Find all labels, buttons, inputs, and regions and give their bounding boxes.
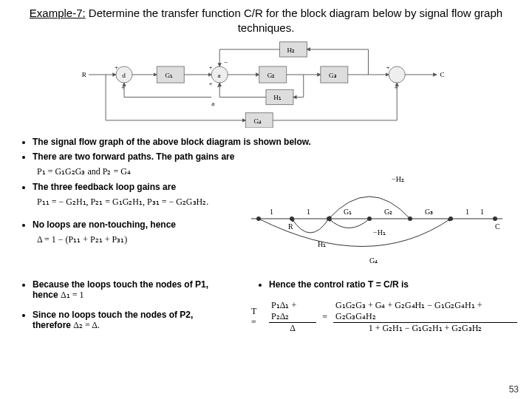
svg-text:R: R (82, 71, 87, 78)
svg-text:+: + (208, 80, 212, 87)
bullet-1: The signal flow graph of the above block… (33, 137, 517, 147)
svg-text:−: − (217, 83, 221, 91)
svg-text:C: C (495, 222, 500, 231)
ratio-equation: T = P₁Δ₁ + P₂Δ₂Δ = G₁G₂G₃ + G₄ + G₂G₄H₁ … (251, 300, 517, 334)
svg-text:a: a (217, 72, 220, 79)
svg-text:G₃: G₃ (425, 208, 433, 216)
svg-text:H₁: H₁ (273, 94, 282, 101)
svg-text:−H₂: −H₂ (392, 175, 404, 183)
signal-flow-graph: 1 1 G₁ G₂ G₃ 1 1 R C −H₂ −H₁ H₁ G₄ (244, 167, 510, 270)
svg-text:G₂: G₂ (267, 72, 276, 79)
svg-text:a: a (211, 100, 214, 107)
svg-text:G₄: G₄ (253, 117, 262, 125)
svg-text:1: 1 (466, 208, 469, 216)
svg-text:1: 1 (307, 208, 310, 216)
bullet-5: Because the loops touch the nodes of P1,… (33, 279, 222, 301)
bullet-7: Hence the control ratio T = C/R is (269, 279, 517, 290)
svg-text:+: + (395, 83, 398, 91)
svg-text:R: R (288, 222, 293, 231)
bullet-2: There are two forward paths. The path ga… (33, 151, 517, 162)
page-title: Example-7: Determine the transfer functi… (15, 6, 517, 35)
svg-text:+: + (386, 64, 389, 71)
block-diagram: R d + + G₁ a + − − + G₂ G₃ + + C H₂ H₁ a… (74, 39, 458, 128)
svg-text:G₁: G₁ (165, 72, 173, 79)
svg-text:G₂: G₂ (384, 208, 392, 216)
svg-text:1: 1 (480, 208, 484, 216)
svg-text:d: d (122, 72, 126, 79)
svg-text:−H₁: −H₁ (373, 228, 386, 236)
svg-text:+: + (208, 64, 212, 71)
page-number: 53 (509, 384, 519, 395)
svg-point-23 (389, 66, 405, 83)
svg-text:C: C (440, 71, 444, 78)
svg-text:+: + (115, 64, 118, 71)
svg-point-56 (493, 216, 497, 221)
title-prefix: Example-7: (30, 7, 86, 19)
svg-text:−: − (224, 59, 228, 66)
title-rest: Determine the transfer function C/R for … (86, 7, 502, 34)
bullet-6: Since no loops touch the nodes of P2, th… (33, 310, 222, 331)
svg-text:G₁: G₁ (344, 208, 352, 216)
svg-text:G₄: G₄ (369, 256, 378, 265)
svg-text:1: 1 (270, 208, 273, 216)
svg-text:H₂: H₂ (287, 47, 296, 54)
svg-text:G₃: G₃ (329, 72, 337, 79)
bullet-list: The signal flow graph of the above block… (15, 137, 517, 335)
svg-text:+: + (121, 83, 125, 91)
